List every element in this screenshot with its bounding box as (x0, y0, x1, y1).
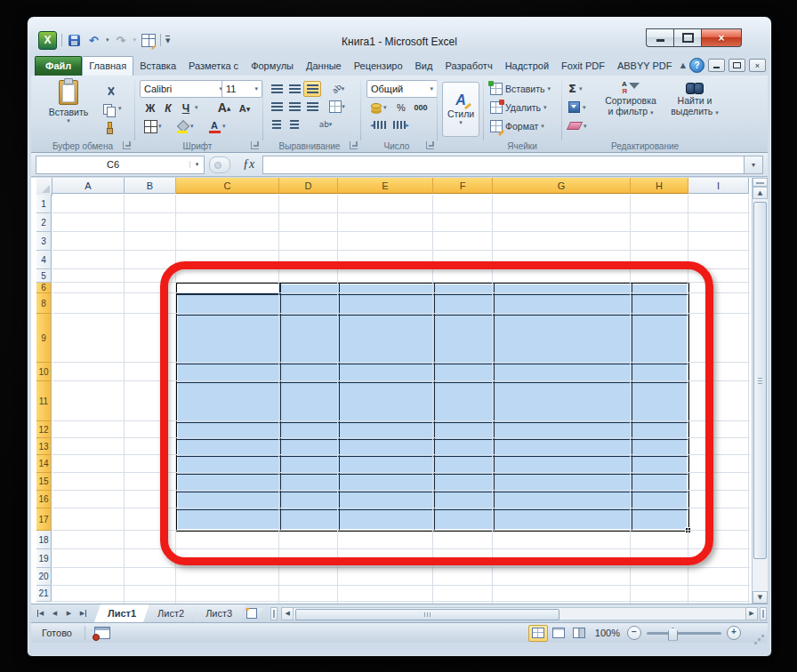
number-format-select[interactable]: Общий▾ (366, 80, 438, 98)
insert-function-button[interactable]: ƒx (235, 157, 262, 172)
horizontal-split-handle[interactable] (760, 607, 767, 620)
copy-button[interactable] (99, 100, 118, 118)
align-top-button[interactable] (268, 81, 286, 97)
tab-Файл[interactable]: Файл (35, 56, 82, 76)
orientation-button[interactable]: ab▾ (326, 81, 350, 97)
minimize-button[interactable] (646, 28, 673, 47)
horizontal-scroll-thumb[interactable] (295, 609, 560, 620)
collapse-ribbon-icon[interactable]: ▲ (680, 61, 686, 69)
scroll-down-button[interactable]: ▼ (753, 591, 768, 604)
row-header-18[interactable]: 18 (36, 531, 52, 549)
tab-Главная[interactable]: Главная (82, 56, 133, 76)
previous-sheet-button[interactable]: ◀ (48, 607, 61, 620)
row-header-5[interactable]: 5 (36, 269, 52, 283)
column-header-I[interactable]: I (688, 178, 749, 194)
copy-dropdown-icon[interactable]: ▾ (118, 105, 122, 112)
tab-Вставка[interactable]: Вставка (133, 57, 182, 76)
decrease-indent-button[interactable] (268, 116, 286, 132)
scroll-left-button[interactable]: ◀ (281, 607, 294, 620)
help-icon[interactable]: ? (689, 58, 704, 73)
grow-font-button[interactable]: А▲ (214, 99, 234, 116)
tab-Вид[interactable]: Вид (409, 57, 439, 76)
formula-input[interactable] (262, 156, 744, 174)
shrink-font-button[interactable]: А▼ (236, 100, 254, 116)
styles-button[interactable]: А Стили ▾ (442, 82, 479, 137)
clear-button[interactable]: ▾ (568, 122, 587, 130)
font-color-dropdown-icon[interactable]: ▾ (222, 123, 226, 130)
bold-button[interactable]: Ж (141, 100, 159, 116)
row-header-6[interactable]: 6 (36, 283, 52, 293)
resize-grip[interactable] (750, 630, 761, 641)
maximize-button[interactable] (673, 28, 702, 47)
workbook-minimize-button[interactable] (708, 59, 725, 72)
find-select-button[interactable]: Найти ивыделить ▾ (666, 81, 723, 118)
row-header-14[interactable]: 14 (36, 455, 52, 473)
scroll-right-button[interactable]: ▶ (745, 607, 758, 620)
row-header-11[interactable]: 11 (36, 381, 52, 421)
alignment-dialog-launcher[interactable] (350, 141, 358, 149)
row-header-21[interactable]: 21 (36, 586, 52, 602)
format-cells-button[interactable]: Формат▾ (490, 120, 544, 132)
column-header-H[interactable]: H (631, 178, 688, 194)
next-sheet-button[interactable]: ▶ (62, 607, 76, 620)
increase-indent-button[interactable] (286, 116, 303, 132)
column-header-E[interactable]: E (338, 178, 433, 194)
align-middle-button[interactable] (286, 81, 303, 97)
name-box[interactable]: C6 ▾ (36, 156, 205, 174)
accounting-format-button[interactable] (366, 100, 384, 116)
align-left-button[interactable] (268, 99, 286, 115)
sort-filter-button[interactable]: АЯ Сортировкаи фильтр ▾ (599, 81, 663, 118)
borders-button[interactable] (141, 118, 159, 135)
font-color-button[interactable]: А (205, 118, 223, 135)
column-header-A[interactable]: A (52, 178, 125, 194)
row-header-1[interactable]: 1 (36, 195, 52, 213)
row-header-15[interactable]: 15 (36, 473, 52, 491)
row-header-8[interactable]: 8 (36, 293, 52, 314)
first-sheet-button[interactable]: ◀ (34, 607, 47, 620)
zoom-slider-thumb[interactable] (668, 628, 678, 641)
merge-center-button[interactable]: ▾ (325, 99, 350, 115)
sheet-tab-Лист1[interactable]: Лист1 (94, 604, 149, 622)
paste-button[interactable]: Вставить ▾ (44, 80, 93, 124)
tab-Разработч[interactable]: Разработч (439, 57, 498, 76)
row-header-9[interactable]: 9 (36, 314, 52, 363)
align-bottom-button[interactable] (303, 81, 321, 97)
tab-Данные[interactable]: Данные (300, 57, 348, 76)
row-header-2[interactable]: 2 (36, 213, 52, 232)
vertical-scroll-thumb[interactable] (753, 202, 767, 559)
fill-color-dropdown-icon[interactable]: ▾ (190, 123, 194, 130)
italic-button[interactable]: К (159, 100, 177, 116)
sheet-tab-Лист3[interactable]: Лист3 (192, 604, 246, 622)
row-header-13[interactable]: 13 (36, 438, 52, 455)
horizontal-scroll-track[interactable] (294, 607, 745, 620)
vertical-scrollbar[interactable]: ▲ ▼ (752, 178, 768, 604)
accounting-dropdown-icon[interactable]: ▾ (383, 104, 387, 111)
decrease-decimal-button[interactable]: ▸ (391, 117, 411, 132)
macro-record-button[interactable] (94, 627, 110, 639)
tab-Рецензиро[interactable]: Рецензиро (348, 57, 409, 76)
number-dialog-launcher[interactable] (426, 141, 434, 149)
expand-formula-bar-icon[interactable]: ▾ (744, 156, 763, 174)
column-header-D[interactable]: D (279, 178, 338, 194)
zoom-out-button[interactable]: − (627, 626, 641, 640)
page-break-view-button[interactable] (569, 625, 589, 642)
sheet-tab-Лист2[interactable]: Лист2 (144, 604, 197, 622)
normal-view-button[interactable] (528, 625, 548, 642)
underline-button[interactable]: Ч (177, 100, 195, 116)
clipboard-dialog-launcher[interactable] (123, 141, 131, 149)
zoom-slider[interactable] (647, 632, 721, 635)
last-sheet-button[interactable]: ▶ (76, 607, 90, 620)
font-dialog-launcher[interactable] (251, 141, 259, 149)
grid-area[interactable] (52, 195, 750, 604)
tab-Разметка с[interactable]: Разметка с (182, 57, 245, 76)
row-header-17[interactable]: 17 (36, 508, 52, 531)
row-header-19[interactable]: 19 (36, 549, 52, 568)
wrap-text-button[interactable]: ab▾ (312, 116, 339, 132)
font-family-select[interactable]: Calibri▾ (140, 80, 227, 98)
page-layout-view-button[interactable] (549, 625, 568, 642)
name-box-dropdown-icon[interactable]: ▾ (189, 161, 204, 168)
insert-cells-button[interactable]: Вставить▾ (490, 83, 551, 95)
formula-bar-splitter[interactable] (209, 156, 230, 173)
workbook-close-button[interactable]: × (749, 59, 766, 72)
underline-dropdown-icon[interactable]: ▾ (195, 104, 198, 111)
